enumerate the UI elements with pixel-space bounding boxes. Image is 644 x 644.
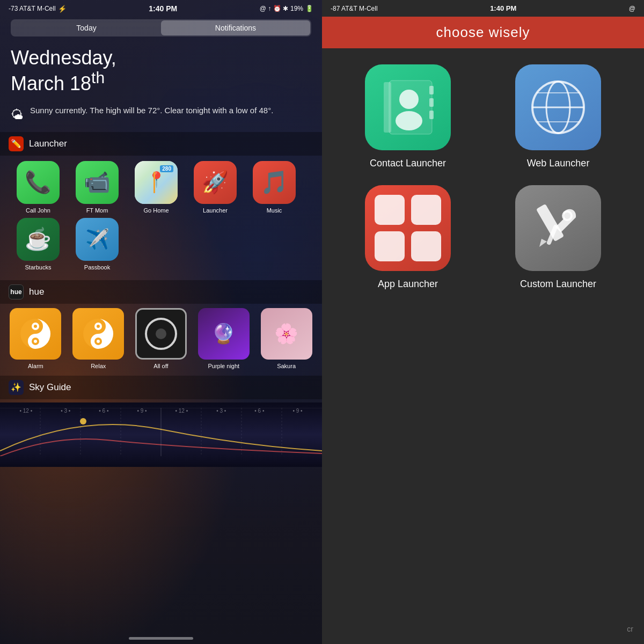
chooser-contact-launcher[interactable]: Contact Launcher: [333, 64, 483, 169]
app-icon-passbook: ✈️: [76, 218, 119, 261]
right-carrier: -87 AT&T M-Cell: [331, 5, 378, 12]
hue-alloff-label: All off: [153, 363, 168, 369]
contact-launcher-label: Contact Launcher: [370, 158, 446, 169]
hue-alloff[interactable]: All off: [131, 308, 192, 369]
right-bottom-text: cr: [627, 625, 633, 633]
app-call-john[interactable]: 📞 Call John: [9, 161, 68, 214]
hue-alarm[interactable]: Alarm: [5, 308, 66, 369]
hue-icon: hue: [9, 284, 24, 299]
app-label-go-home: Go Home: [143, 207, 169, 214]
date-section: Wednesday,March 18th: [0, 36, 322, 99]
launcher-section-header: ✏️ Launcher: [0, 132, 322, 156]
app-label-music: Music: [267, 207, 282, 214]
svg-point-8: [97, 325, 100, 328]
left-carrier: -73 AT&T M-Cell: [9, 5, 56, 12]
right-header-title: choose wisely: [436, 24, 530, 40]
hue-sakura-icon: 🌸: [261, 308, 312, 360]
left-status-right: @ ↑ ⏰ ✱ 19% 🔋: [260, 5, 313, 12]
launcher-icon: ✏️: [9, 136, 24, 151]
left-battery: 19%: [290, 5, 303, 12]
hue-purple[interactable]: 🔮 Purple night: [193, 308, 254, 369]
hue-alarm-icon: [10, 308, 61, 360]
svg-point-18: [80, 418, 86, 425]
custom-launcher-label: Custom Launcher: [520, 279, 596, 290]
right-time: 1:40 PM: [490, 4, 516, 12]
app-starbucks[interactable]: ☕ Starbucks: [9, 218, 68, 270]
weather-text: Sunny currently. The high will be 72°. C…: [30, 105, 273, 116]
app-icon-launcher: 🚀: [194, 161, 237, 204]
app-label-passbook: Passbook: [84, 264, 110, 270]
app-launcher[interactable]: 🚀 Launcher: [186, 161, 245, 214]
hue-sakura-label: Sakura: [277, 363, 296, 369]
weather-section: 🌤 Sunny currently. The high will be 72°.…: [0, 99, 322, 132]
svg-point-4: [34, 340, 37, 343]
skyguide-icon: ✨: [9, 380, 24, 395]
hue-relax[interactable]: Relax: [68, 308, 129, 369]
sky-chart: • 12 • • 3 • • 6 • • 9 • • 12 • • 3 • • …: [0, 402, 322, 467]
sky-guide-section: ✨ Sky Guide • 12 • • 3 • • 6 • • 9 • • 1…: [0, 376, 322, 467]
hue-lights-row: Alarm Relax: [0, 304, 322, 374]
tab-notifications[interactable]: Notifications: [161, 20, 310, 35]
svg-rect-23: [429, 111, 434, 119]
app-label-call-john: Call John: [26, 207, 50, 214]
app-icon-starbucks: ☕: [17, 218, 60, 261]
app-facetime[interactable]: 📹 FT Mom: [68, 161, 127, 214]
custom-launcher-icon: [515, 185, 601, 271]
svg-point-9: [97, 340, 100, 343]
hue-alloff-icon: [135, 308, 187, 360]
right-status-icons: @: [629, 5, 635, 12]
app-label-starbucks: Starbucks: [25, 264, 52, 270]
right-panel: -87 AT&T M-Cell 1:40 PM @ choose wisely: [322, 0, 644, 644]
web-launcher-label: Web Launcher: [527, 158, 590, 169]
app-icon-music: 🎵: [253, 161, 296, 204]
app-launcher-label: App Launcher: [378, 279, 438, 290]
app-icon-phone: 📞: [17, 161, 60, 204]
app-launcher-icon: [365, 185, 451, 271]
web-launcher-icon: [515, 64, 601, 150]
weather-icon: 🌤: [11, 106, 24, 124]
app-label-ft-mom: FT Mom: [86, 207, 108, 214]
app-label-launcher: Launcher: [203, 207, 228, 214]
launcher-title: Launcher: [29, 138, 67, 149]
right-header: choose wisely: [322, 17, 644, 48]
left-wifi-icon: ⚡: [58, 5, 67, 13]
app-icon-facetime: 📹: [76, 161, 119, 204]
sky-guide-title: Sky Guide: [29, 382, 71, 393]
svg-point-3: [34, 325, 37, 328]
app-icon-maps: 280 📍: [135, 161, 178, 204]
tab-today[interactable]: Today: [12, 20, 161, 35]
app-passbook[interactable]: ✈️ Passbook: [68, 218, 127, 270]
hue-sakura[interactable]: 🌸 Sakura: [256, 308, 317, 369]
left-status-bar: -73 AT&T M-Cell ⚡ 1:40 PM @ ↑ ⏰ ✱ 19% 🔋: [0, 0, 322, 17]
left-status-icons: @ ↑ ⏰ ✱: [260, 5, 288, 12]
hue-purple-icon: 🔮: [198, 308, 250, 360]
svg-rect-21: [429, 86, 434, 94]
app-chooser-grid: Contact Launcher Web Launcher: [322, 48, 644, 306]
svg-rect-22: [429, 98, 434, 107]
hue-relax-label: Relax: [91, 363, 106, 369]
hue-section-header: hue hue: [0, 280, 322, 304]
contact-launcher-icon: [365, 64, 451, 150]
home-indicator[interactable]: [129, 637, 193, 640]
date-text: Wednesday,March 18th: [11, 47, 311, 94]
app-music[interactable]: 🎵 Music: [245, 161, 304, 214]
svg-point-25: [396, 111, 422, 130]
chooser-web-launcher[interactable]: Web Launcher: [483, 64, 633, 169]
chooser-app-launcher[interactable]: App Launcher: [333, 185, 483, 290]
left-time: 1:40 PM: [149, 4, 177, 13]
svg-marker-32: [539, 239, 547, 247]
left-status-left: -73 AT&T M-Cell ⚡: [9, 5, 67, 13]
hue-title: hue: [29, 287, 44, 297]
hue-alarm-label: Alarm: [28, 363, 43, 369]
launcher-app-grid: 📞 Call John 📹 FT Mom 280 📍 Go: [0, 156, 322, 280]
hue-purple-label: Purple night: [208, 363, 239, 369]
battery-icon: 🔋: [305, 5, 313, 12]
right-status-bar: -87 AT&T M-Cell 1:40 PM @: [322, 0, 644, 17]
tabs-container: Today Notifications: [11, 19, 311, 36]
hue-relax-icon: [72, 308, 124, 360]
left-panel: -73 AT&T M-Cell ⚡ 1:40 PM @ ↑ ⏰ ✱ 19% 🔋 …: [0, 0, 322, 644]
sky-guide-header: ✨ Sky Guide: [0, 376, 322, 399]
svg-point-24: [399, 90, 419, 109]
app-maps[interactable]: 280 📍 Go Home: [127, 161, 186, 214]
chooser-custom-launcher[interactable]: Custom Launcher: [483, 185, 633, 290]
